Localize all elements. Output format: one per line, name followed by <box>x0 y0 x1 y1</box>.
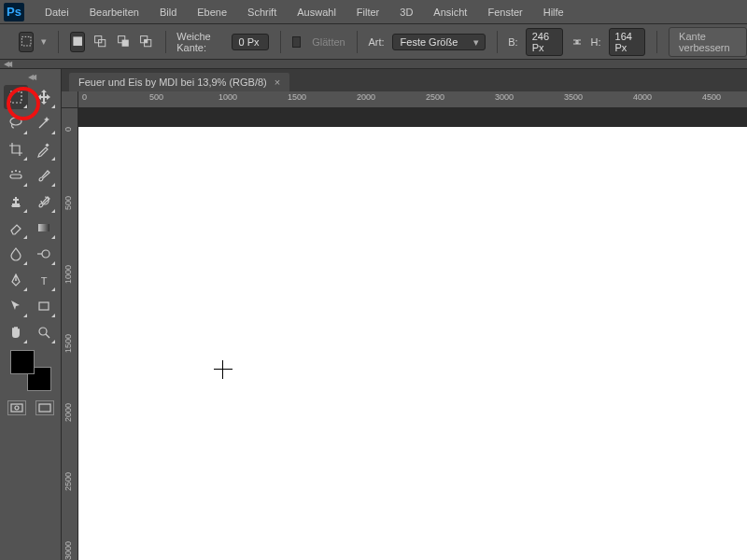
style-select[interactable]: Feste Größe <box>392 34 486 50</box>
move-tool-icon[interactable] <box>32 85 56 109</box>
crop-tool-icon[interactable] <box>4 137 28 161</box>
style-label: Art: <box>368 36 384 48</box>
svg-rect-24 <box>39 404 50 412</box>
document-tab-bar: Feuer und Eis by MDI bei 13,9% (RGB/8) × <box>62 69 747 91</box>
ruler-origin[interactable] <box>62 91 78 108</box>
gradient-tool-icon[interactable] <box>32 216 56 240</box>
ruler-h-tick: 0 <box>82 92 87 102</box>
magic-wand-tool-icon[interactable] <box>32 111 56 135</box>
ruler-v-tick: 3000 <box>63 541 73 560</box>
options-bar: ▾ Weiche Kante: 0 Px Glätten Art: Feste … <box>0 24 747 60</box>
height-input[interactable]: 164 Px <box>609 28 646 56</box>
close-tab-icon[interactable]: × <box>275 77 280 88</box>
document-tab[interactable]: Feuer und Eis by MDI bei 13,9% (RGB/8) × <box>69 73 289 91</box>
tool-preset-icon[interactable] <box>19 32 34 52</box>
canvas[interactable] <box>78 127 747 560</box>
pen-tool-icon[interactable] <box>4 268 28 292</box>
ruler-h-tick: 1000 <box>218 92 237 102</box>
ruler-h-tick: 3500 <box>564 92 583 102</box>
antialias-checkbox <box>292 36 301 48</box>
menu-filter[interactable]: Filter <box>347 3 388 21</box>
ruler-h-tick: 1500 <box>288 92 306 102</box>
selection-intersect-icon[interactable] <box>138 32 153 52</box>
menu-file[interactable]: Datei <box>35 3 78 21</box>
lasso-tool-icon[interactable] <box>4 111 28 135</box>
ruler-h-tick: 2000 <box>357 92 375 102</box>
width-label: B: <box>508 36 517 48</box>
width-input[interactable]: 246 Px <box>526 28 563 56</box>
canvas-viewport[interactable] <box>78 108 747 560</box>
eyedropper-tool-icon[interactable] <box>32 137 56 161</box>
quickmask-icon[interactable] <box>7 400 26 415</box>
selection-subtract-icon[interactable] <box>116 32 131 52</box>
clone-stamp-tool-icon[interactable] <box>4 189 28 214</box>
menu-image[interactable]: Bild <box>150 3 186 21</box>
svg-rect-0 <box>21 37 31 47</box>
ruler-h-tick: 500 <box>149 92 163 102</box>
panel-collapse-strip[interactable]: ◀◀ <box>0 60 747 69</box>
feather-label: Weiche Kante: <box>176 31 224 53</box>
crosshair-cursor-icon <box>214 360 233 379</box>
path-selection-tool-icon[interactable] <box>4 294 28 318</box>
selection-add-icon[interactable] <box>92 32 107 52</box>
menu-bar: Ps Datei Bearbeiten Bild Ebene Schrift A… <box>0 0 747 24</box>
toolbox-collapse-icon[interactable]: ◀◀ <box>28 73 34 81</box>
ruler-h-tick: 4000 <box>633 92 652 102</box>
ruler-v-tick: 1000 <box>63 265 73 284</box>
feather-input[interactable]: 0 Px <box>232 34 269 50</box>
marquee-tool-icon[interactable] <box>4 85 28 109</box>
horizontal-ruler[interactable]: 0 500 1000 1500 2000 2500 3000 3500 4000… <box>78 91 747 108</box>
menu-layer[interactable]: Ebene <box>188 3 236 21</box>
menu-window[interactable]: Fenster <box>478 3 531 21</box>
svg-point-14 <box>15 170 17 172</box>
brush-tool-icon[interactable] <box>32 163 56 188</box>
toolbox: ◀◀ T <box>0 69 62 560</box>
menu-view[interactable]: Ansicht <box>424 3 476 21</box>
svg-point-15 <box>19 171 21 173</box>
svg-rect-22 <box>11 404 22 412</box>
menu-type[interactable]: Schrift <box>238 3 286 21</box>
hand-tool-icon[interactable] <box>4 320 28 344</box>
ruler-h-tick: 2500 <box>426 92 444 102</box>
document-area: Feuer und Eis by MDI bei 13,9% (RGB/8) ×… <box>62 69 747 560</box>
screenmode-icon[interactable] <box>35 400 54 415</box>
menu-select[interactable]: Auswahl <box>288 3 345 21</box>
svg-rect-11 <box>45 143 49 147</box>
ruler-v-tick: 2500 <box>63 472 73 491</box>
type-tool-icon[interactable]: T <box>32 268 56 292</box>
history-brush-tool-icon[interactable] <box>32 189 56 214</box>
menu-3d[interactable]: 3D <box>390 3 422 21</box>
menu-edit[interactable]: Bearbeiten <box>80 3 148 21</box>
svg-point-18 <box>15 279 17 281</box>
menu-help[interactable]: Hilfe <box>534 3 573 21</box>
healing-brush-tool-icon[interactable] <box>4 163 28 188</box>
ruler-h-tick: 3000 <box>495 92 514 102</box>
antialias-label: Glätten <box>312 36 345 48</box>
svg-point-23 <box>15 406 19 410</box>
ruler-v-tick: 500 <box>63 196 73 210</box>
ruler-v-tick: 0 <box>63 127 73 132</box>
foreground-color-swatch[interactable] <box>10 350 35 374</box>
eraser-tool-icon[interactable] <box>4 216 28 240</box>
ruler-v-tick: 1500 <box>63 334 73 353</box>
svg-text:T: T <box>40 275 47 287</box>
svg-rect-16 <box>38 224 49 231</box>
shape-tool-icon[interactable] <box>32 294 56 318</box>
svg-rect-9 <box>10 91 21 103</box>
refine-edge-button[interactable]: Kante verbessern <box>669 27 747 57</box>
svg-point-13 <box>11 171 13 173</box>
svg-point-21 <box>39 328 47 335</box>
svg-point-17 <box>42 250 49 258</box>
link-dimensions-icon[interactable] <box>571 35 584 49</box>
selection-new-icon[interactable] <box>70 32 85 52</box>
vertical-ruler[interactable]: 0 500 1000 1500 2000 2500 3000 <box>62 108 78 560</box>
document-tab-title: Feuer und Eis by MDI bei 13,9% (RGB/8) <box>78 77 267 88</box>
dodge-tool-icon[interactable] <box>32 242 56 266</box>
color-swatches[interactable] <box>10 350 51 391</box>
height-label: H: <box>591 36 601 48</box>
zoom-tool-icon[interactable] <box>32 320 56 344</box>
svg-rect-5 <box>121 40 128 47</box>
svg-rect-1 <box>73 37 82 47</box>
blur-tool-icon[interactable] <box>4 242 28 266</box>
ruler-h-tick: 4500 <box>702 92 721 102</box>
